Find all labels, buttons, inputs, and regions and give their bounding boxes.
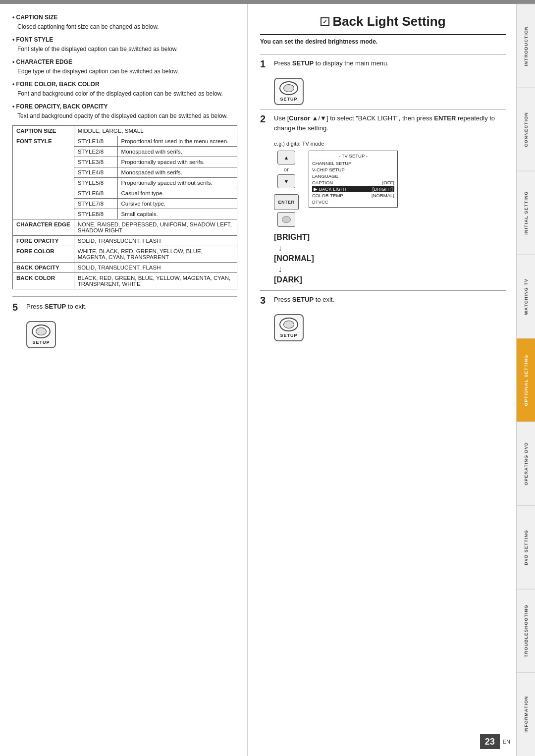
remote-or-label: or <box>284 166 289 172</box>
table-caption-size-label: CAPTION SIZE <box>13 126 74 136</box>
mode-dark: [DARK] <box>274 275 506 284</box>
extra-button[interactable] <box>277 212 295 227</box>
setup-oval-1 <box>279 81 298 95</box>
tv-menu-row-vchip: V-CHIP SETUP <box>312 166 394 173</box>
sidebar-tab-dvd-setting[interactable]: DVD SETTING <box>517 505 535 589</box>
mode-bright-label: [BRIGHT] <box>274 233 310 242</box>
divider-step5 <box>12 296 237 297</box>
sidebar-tab-optional-setting[interactable]: OPTIONAL SETTING <box>517 338 535 422</box>
sidebar-tab-watching-tv[interactable]: WATCHING TV <box>517 255 535 338</box>
table-row: FORE OPACITY SOLID, TRANSLUCENT, FLASH <box>13 236 237 246</box>
step3-text: Press SETUP to exit. <box>274 295 506 305</box>
style-1-label: STYLE1/8 <box>74 136 117 147</box>
sidebar-tab-operating-dvd[interactable]: OPERATING DVD <box>517 422 535 505</box>
char-edge-label: CHARACTER EDGE <box>13 219 74 236</box>
setup-oval <box>32 324 51 338</box>
tv-menu-row-channel: CHANNEL SETUP <box>312 160 394 166</box>
mode-normal: [NORMAL] <box>274 254 506 263</box>
table-row: CHARACTER EDGE NONE, RAISED, DEPRESSED, … <box>13 219 237 236</box>
tv-menu-row-language: LANGUAGE <box>312 173 394 179</box>
step1-setup-icon: SETUP <box>274 78 304 105</box>
mode-dark-label: [DARK] <box>274 275 302 284</box>
tv-menu-caption-val: [OFF] <box>382 180 394 185</box>
table-row: BACK COLOR BLACK, RED, GREEN, BLUE, YELL… <box>13 273 237 289</box>
fore-back-color-title: FORE COLOR, BACK COLOR <box>12 81 237 88</box>
divider-step3 <box>260 290 506 291</box>
setup-label: SETUP <box>32 340 50 345</box>
sidebar-tab-introduction[interactable]: INTRODUCTION <box>517 4 535 88</box>
style-8-label: STYLE8/8 <box>74 209 117 219</box>
tv-menu-title: - TV SETUP - <box>312 153 394 159</box>
mode-bright: [BRIGHT] <box>274 233 506 242</box>
arrow-normal-dark: ↓ <box>278 264 506 274</box>
page-number: 23 <box>480 734 500 749</box>
divider-step2 <box>260 109 506 109</box>
tv-menu-backlight-val: [BRIGHT] <box>373 186 393 192</box>
step5-setup-icon: SETUP <box>26 321 56 348</box>
fore-color-label: FORE COLOR <box>13 246 74 263</box>
fore-back-color-text: Font and background color of the display… <box>12 89 237 98</box>
table-row: FORE COLOR WHITE, BLACK, RED, GREEN, YEL… <box>13 246 237 263</box>
setup-inner-oval-1 <box>283 84 294 92</box>
character-edge-title: CHARACTER EDGE <box>12 58 237 65</box>
back-opacity-label: BACK OPACITY <box>13 263 74 273</box>
setup-inner-oval-3 <box>283 321 294 328</box>
fore-back-color-section: FORE COLOR, BACK COLOR Font and backgrou… <box>12 81 237 98</box>
style-5-label: STYLE5/8 <box>74 178 117 188</box>
cursor-down-button[interactable] <box>277 174 295 188</box>
sidebar-tab-initial-setting[interactable]: INITIAL SETTING <box>517 171 535 255</box>
step1-text: Press SETUP to display the main menu. <box>274 58 506 68</box>
back-color-value: BLACK, RED, GREEN, BLUE, YELLOW, MAGENTA… <box>74 273 237 289</box>
fore-back-opacity-section: FORE OPACITY, BACK OPACITY Text and back… <box>12 103 237 120</box>
tv-menu-backlight-key: ▶ BACK LIGHT <box>314 186 347 192</box>
sidebar-tab-connection[interactable]: CONNECTION <box>517 88 535 171</box>
style-7-desc: Cursive font type. <box>117 199 237 209</box>
fore-opacity-label: FORE OPACITY <box>13 236 74 246</box>
cursor-up-button[interactable] <box>277 151 295 164</box>
remote-area: or ENTER - TV SETUP - CHANNEL SETUP <box>274 151 506 227</box>
tv-menu-colortemp-val: [NORMAL] <box>372 193 394 198</box>
table-caption-size-value: MIDDLE, LARGE, SMALL <box>74 126 237 136</box>
fore-back-opacity-text: Text and background opacity of the displ… <box>12 111 237 120</box>
step3-bold: SETUP <box>292 296 314 303</box>
table-row: FONT STYLE STYLE1/8 Proportional font us… <box>13 136 237 147</box>
arrow-bright-normal: ↓ <box>278 243 506 253</box>
character-edge-section: CHARACTER EDGE Edge type of the displaye… <box>12 58 237 76</box>
setup-label-3: SETUP <box>280 333 297 338</box>
step5-bold: SETUP <box>45 303 66 310</box>
tv-menu-row-colortemp: COLOR TEMP. [NORMAL] <box>312 192 394 199</box>
tv-menu-lang-key: LANGUAGE <box>312 173 338 179</box>
sidebar-tabs: INTRODUCTION CONNECTION INITIAL SETTING … <box>516 4 535 756</box>
sidebar-tab-troubleshooting[interactable]: TROUBLESHOOTING <box>517 589 535 673</box>
font-style-label: FONT STYLE <box>13 136 74 219</box>
page-title-text: Back Light Setting <box>332 14 445 29</box>
step2-cursor-bold: Cursor <box>289 114 310 122</box>
setup-inner-oval <box>36 327 47 335</box>
step5-text2: to exit. <box>66 303 87 310</box>
style-3-label: STYLE3/8 <box>74 157 117 167</box>
fore-back-opacity-title: FORE OPACITY, BACK OPACITY <box>12 103 237 110</box>
enter-button[interactable]: ENTER <box>274 194 299 210</box>
setup-oval-3 <box>279 318 298 331</box>
extra-button-oval <box>282 216 291 223</box>
tv-menu-row-dtvcc: DTVCC <box>312 199 394 205</box>
caption-size-section: CAPTION SIZE Closed captioning font size… <box>12 14 237 31</box>
tv-menu-box: - TV SETUP - CHANNEL SETUP V-CHIP SETUP … <box>309 151 398 208</box>
caption-size-title: CAPTION SIZE <box>12 14 237 21</box>
tv-menu-vchip-key: V-CHIP SETUP <box>312 167 345 172</box>
back-opacity-value: SOLID, TRANSLUCENT, FLASH <box>74 263 237 273</box>
setup-label-1: SETUP <box>280 97 297 102</box>
style-2-desc: Monospaced with serifs. <box>117 147 237 157</box>
style-6-label: STYLE6/8 <box>74 188 117 199</box>
style-8-desc: Small capitals. <box>117 209 237 219</box>
title-area: ✓ Back Light Setting <box>260 14 506 35</box>
tv-menu-caption-key: CAPTION <box>312 180 333 185</box>
style-1-desc: Proportional font used in the menu scree… <box>117 136 237 147</box>
style-4-label: STYLE4/8 <box>74 167 117 178</box>
eg-label: e.g.) digital TV mode <box>274 141 506 147</box>
title-checkbox-icon: ✓ <box>321 17 329 26</box>
tv-menu-row-caption: CAPTION [OFF] <box>312 179 394 186</box>
sidebar-tab-information[interactable]: INFORMATION <box>517 672 535 756</box>
fore-color-value: WHITE, BLACK, RED, GREEN, YELLOW, BLUE, … <box>74 246 237 263</box>
style-5-desc: Proportionally spaced without serifs. <box>117 178 237 188</box>
